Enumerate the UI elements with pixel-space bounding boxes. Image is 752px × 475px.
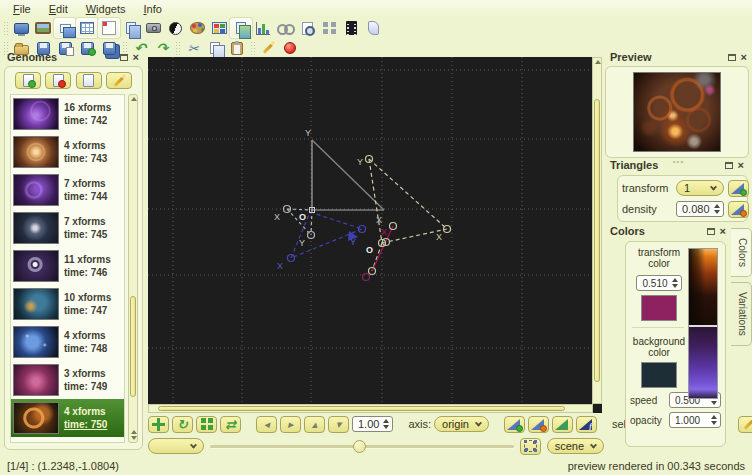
rotate-button[interactable] bbox=[172, 416, 193, 433]
add-transform-button[interactable] bbox=[728, 180, 749, 197]
find-button[interactable] bbox=[296, 18, 318, 38]
palette-button[interactable] bbox=[186, 18, 208, 38]
toolbar-handle[interactable] bbox=[3, 21, 8, 35]
genome-delete-button[interactable] bbox=[45, 72, 71, 89]
camera-button[interactable] bbox=[142, 18, 164, 38]
nudge-up-button[interactable] bbox=[304, 416, 325, 433]
genome-list-item[interactable]: 16 xformstime: 742 bbox=[11, 95, 124, 133]
side-tab-variations[interactable]: Variations bbox=[731, 282, 752, 346]
gradient-bar[interactable] bbox=[688, 248, 718, 399]
scale-button[interactable] bbox=[196, 416, 217, 433]
link-button[interactable] bbox=[274, 18, 296, 38]
scroll-down-icon[interactable] bbox=[131, 436, 137, 440]
move-button[interactable] bbox=[148, 416, 169, 433]
remove-triangle-button[interactable] bbox=[528, 416, 549, 433]
density-spinbox[interactable]: 0.080 bbox=[676, 201, 724, 217]
genome-list-item[interactable]: 7 xformstime: 744 bbox=[11, 171, 124, 209]
genome-list-item[interactable]: 4 xformstime: 743 bbox=[11, 133, 124, 171]
genome-list-item[interactable]: 10 xformstime: 747 bbox=[11, 285, 124, 323]
float-panel-icon[interactable] bbox=[120, 54, 128, 61]
scroll-up-icon[interactable] bbox=[595, 60, 601, 64]
layers-button[interactable] bbox=[230, 18, 252, 38]
paste-button[interactable] bbox=[226, 40, 248, 57]
genome-list-scrollbar[interactable] bbox=[128, 94, 138, 443]
stepper-icon[interactable] bbox=[714, 204, 720, 214]
close-panel-icon[interactable]: × bbox=[133, 53, 139, 61]
nudge-left-button[interactable] bbox=[256, 416, 277, 433]
bar-chart-button[interactable] bbox=[252, 18, 274, 38]
copy-button[interactable] bbox=[204, 40, 226, 57]
opacity-spinbox[interactable]: 1.000 bbox=[669, 412, 721, 428]
stepper-icon[interactable] bbox=[383, 419, 389, 429]
rotation-slider[interactable] bbox=[210, 439, 514, 453]
genome-list-item[interactable]: 4 xformstime: 748 bbox=[11, 323, 124, 361]
add-triangle-button[interactable] bbox=[504, 416, 525, 433]
color-table-button[interactable] bbox=[208, 18, 230, 38]
nudge-right-button[interactable] bbox=[280, 416, 301, 433]
flip-triangle-button[interactable] bbox=[552, 416, 573, 433]
genome-label: 3 xformstime: 749 bbox=[64, 367, 107, 393]
cut-button[interactable] bbox=[182, 40, 204, 57]
scroll-up-icon[interactable] bbox=[131, 430, 137, 434]
nudge-down-button[interactable] bbox=[328, 416, 349, 433]
float-panel-icon[interactable] bbox=[707, 228, 715, 235]
film-button[interactable] bbox=[340, 18, 362, 38]
redo-button[interactable] bbox=[151, 40, 173, 57]
genome-list-item[interactable]: 11 xformstime: 746 bbox=[11, 247, 124, 285]
scrollbar-thumb[interactable] bbox=[130, 296, 136, 397]
close-panel-icon[interactable]: × bbox=[741, 53, 747, 61]
slider-handle[interactable] bbox=[353, 440, 366, 453]
color-grid-button[interactable] bbox=[98, 18, 120, 38]
density-apply-button[interactable] bbox=[728, 201, 749, 218]
transform-color-spinbox[interactable]: 0.510 bbox=[636, 275, 681, 291]
genome-list-item[interactable]: 3 xformstime: 749 bbox=[11, 361, 124, 399]
stepper-icon[interactable] bbox=[672, 278, 678, 288]
script-button[interactable] bbox=[362, 18, 384, 38]
wand-button[interactable] bbox=[257, 40, 279, 57]
step-spinbox[interactable]: 1.00 bbox=[352, 416, 393, 432]
grid-view-button[interactable] bbox=[318, 18, 340, 38]
scene-select-button[interactable] bbox=[520, 438, 541, 455]
toolbar-handle[interactable] bbox=[175, 41, 180, 55]
close-panel-icon[interactable]: × bbox=[738, 161, 744, 169]
duplicate-button[interactable] bbox=[120, 18, 142, 38]
close-panel-icon[interactable]: × bbox=[720, 227, 726, 235]
toolbar-handle[interactable] bbox=[250, 41, 255, 55]
genome-new-button[interactable] bbox=[76, 72, 102, 89]
flip-button[interactable] bbox=[220, 416, 241, 433]
xform-editor-canvas[interactable]: YXOXYYXOXYX bbox=[148, 57, 593, 404]
genome-label: 4 xformstime: 750 bbox=[64, 405, 107, 431]
genome-add-button[interactable] bbox=[15, 72, 41, 89]
scrollbar-thumb[interactable] bbox=[594, 99, 600, 382]
menu-item-widgets[interactable]: Widgets bbox=[78, 3, 134, 15]
scrollbar-thumb[interactable] bbox=[158, 406, 566, 411]
scroll-up-icon[interactable] bbox=[131, 97, 137, 101]
canvas-vscrollbar[interactable] bbox=[592, 57, 602, 404]
float-panel-icon[interactable] bbox=[725, 162, 733, 169]
float-panel-icon[interactable] bbox=[728, 54, 736, 61]
genome-list-item[interactable]: 4 xformstime: 750 bbox=[11, 399, 124, 437]
side-tab-colors[interactable]: Colors bbox=[731, 228, 752, 277]
transform-color-swatch[interactable] bbox=[641, 295, 677, 321]
table-button[interactable] bbox=[76, 18, 98, 38]
svg-text:Y: Y bbox=[305, 128, 311, 138]
stepper-icon[interactable] bbox=[711, 415, 717, 425]
windows-button[interactable] bbox=[54, 18, 76, 38]
axis-combobox[interactable]: origin bbox=[434, 416, 489, 432]
contrast-button[interactable] bbox=[164, 18, 186, 38]
record-button[interactable] bbox=[279, 40, 301, 57]
scene-combobox[interactable]: scene bbox=[547, 438, 604, 454]
menu-item-info[interactable]: Info bbox=[135, 3, 169, 15]
genome-list-item[interactable]: 7 xformstime: 745 bbox=[11, 209, 124, 247]
menu-item-file[interactable]: File bbox=[5, 3, 39, 15]
menu-item-edit[interactable]: Edit bbox=[41, 3, 76, 15]
canvas-hscrollbar[interactable] bbox=[148, 404, 593, 413]
display-button[interactable] bbox=[10, 18, 32, 38]
genome-edit-button[interactable] bbox=[106, 72, 132, 89]
background-color-swatch[interactable] bbox=[641, 362, 677, 388]
image-button[interactable] bbox=[32, 18, 54, 38]
triangle-function-button[interactable] bbox=[576, 416, 597, 433]
gradient-marker[interactable] bbox=[689, 325, 717, 327]
preset-combobox[interactable] bbox=[148, 438, 204, 454]
transform-combobox[interactable]: 1 bbox=[676, 180, 724, 196]
